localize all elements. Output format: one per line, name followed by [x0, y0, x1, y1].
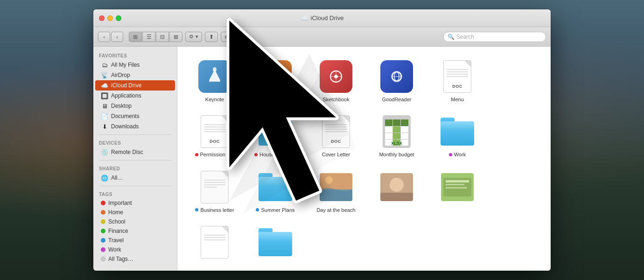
work-tag-dot: [101, 247, 105, 252]
work-tag-dot-file: [449, 153, 452, 156]
file-item-cover-letter[interactable]: DOC Cover Letter: [308, 111, 364, 161]
sidebar-item-icloud-drive[interactable]: ☁️ iCloud Drive: [95, 80, 175, 91]
file-item-doc-bottom[interactable]: [187, 222, 243, 266]
file-item-folder-bottom[interactable]: [247, 222, 303, 266]
file-item-menu[interactable]: DOC Menu: [429, 56, 485, 106]
tag-button[interactable]: 🏷: [221, 32, 234, 42]
sidebar: Favorites 🗂 All My Files 📡 AirDrop ☁️ iC…: [93, 47, 177, 271]
desktop-icon: 🖥: [101, 102, 108, 110]
back-button[interactable]: ‹: [98, 32, 110, 42]
window-title: ☁️ iCloud Drive: [301, 14, 344, 22]
house-remodel-tag-dot: [254, 153, 258, 156]
icon-view-button[interactable]: ⊞: [129, 32, 142, 42]
shared-label: Shared: [93, 163, 177, 173]
school-tag-dot: [101, 219, 105, 224]
travel-tag-dot: [101, 238, 105, 243]
sidebar-item-all-shared[interactable]: 🌐 All…: [95, 173, 175, 183]
downloads-icon: ⬇: [101, 123, 108, 130]
sidebar-item-tag-all[interactable]: All Tags…: [95, 254, 175, 264]
sketchbook-icon: [319, 60, 353, 93]
action-button[interactable]: ⚙ ▾: [185, 32, 202, 42]
sidebar-divider-1: [99, 134, 171, 135]
file-item-summer-plans[interactable]: Summer Plans: [247, 167, 303, 217]
file-item-photo-bottom1[interactable]: [369, 167, 425, 217]
all-my-files-icon: 🗂: [101, 61, 108, 69]
svg-rect-18: [380, 193, 413, 201]
svg-rect-3: [271, 71, 280, 83]
cover-letter-icon: DOC: [319, 115, 353, 148]
goodreader-icon: [380, 60, 413, 93]
cover-letter-visual: DOC: [322, 115, 350, 148]
permission-slip-label: Permission slip: [195, 151, 235, 158]
permission-tag-dot: [195, 153, 198, 156]
search-icon: 🔍: [448, 34, 455, 40]
sidebar-item-tag-work[interactable]: Work: [95, 245, 175, 254]
svg-rect-22: [446, 184, 464, 185]
menu-label: Menu: [451, 96, 464, 103]
sidebar-item-tag-school[interactable]: School: [95, 217, 175, 226]
view-buttons: ⊞ ☰ ⊟ ⊠: [129, 32, 182, 42]
keynote-label: Keynote: [205, 96, 224, 103]
applications-icon: 🔲: [101, 92, 108, 99]
file-item-day-at-beach[interactable]: Day at the beach: [308, 167, 364, 217]
file-item-photo-bottom2[interactable]: [429, 167, 485, 217]
cover-view-button[interactable]: ⊠: [169, 32, 182, 42]
search-box[interactable]: 🔍 Search: [443, 32, 546, 42]
title-icon: ☁️: [301, 14, 308, 22]
remote-disc-icon: 💿: [101, 148, 108, 156]
sidebar-item-all-my-files[interactable]: 🗂 All My Files: [95, 60, 175, 70]
menu-doc-visual: DOC: [443, 60, 471, 93]
share-button[interactable]: ⬆: [205, 32, 218, 42]
sidebar-item-desktop[interactable]: 🖥 Desktop: [95, 101, 175, 111]
file-item-business-letter[interactable]: Business letter: [187, 167, 243, 217]
file-item-goodreader[interactable]: GoodReader: [369, 56, 425, 106]
house-remodel-label: House Remodel: [254, 151, 296, 158]
icloud-drive-icon: ☁️: [101, 82, 108, 89]
sidebar-divider-2: [99, 160, 171, 161]
sidebar-item-airdrop[interactable]: 📡 AirDrop: [95, 70, 175, 80]
cover-letter-label: Cover Letter: [322, 151, 350, 158]
file-item-work[interactable]: Work: [429, 111, 485, 161]
menu-doc-icon: DOC: [441, 60, 474, 93]
sidebar-item-applications[interactable]: 🔲 Applications: [95, 91, 175, 101]
sidebar-item-tag-home[interactable]: Home: [95, 208, 175, 217]
svg-point-17: [390, 178, 404, 192]
file-item-monthly-budget[interactable]: XLSX Monthly budget: [369, 111, 425, 161]
forward-button[interactable]: ›: [111, 32, 123, 42]
maximize-button[interactable]: [116, 15, 121, 21]
sidebar-item-tag-finance[interactable]: Finance: [95, 226, 175, 236]
sidebar-item-downloads[interactable]: ⬇ Downloads: [95, 121, 175, 132]
svg-rect-0: [209, 80, 220, 82]
sidebar-item-tag-travel[interactable]: Travel: [95, 236, 175, 245]
main-content: Favorites 🗂 All My Files 📡 AirDrop ☁️ iC…: [93, 47, 551, 271]
file-item-keynote[interactable]: Keynote: [187, 56, 243, 106]
file-item-permission-slip[interactable]: DOC Permission slip: [187, 111, 243, 161]
search-placeholder: Search: [456, 34, 474, 40]
svg-rect-4: [272, 73, 279, 74]
minimize-button[interactable]: [107, 15, 113, 21]
file-item-sketchbook[interactable]: Sketchbook: [308, 56, 364, 106]
close-button[interactable]: [99, 15, 105, 21]
sidebar-item-remote-disc[interactable]: 💿 Remote Disc: [95, 147, 175, 157]
business-letter-icon: [198, 170, 231, 204]
photo-bottom2-visual: [441, 173, 474, 201]
toolbar: ‹ › ⊞ ☰ ⊟ ⊠ ⚙ ▾ ⬆ 🏷 🔍 Search: [93, 27, 551, 47]
doc-bottom-icon: [198, 225, 231, 259]
svg-point-2: [213, 67, 217, 72]
permission-slip-icon: DOC: [198, 115, 231, 148]
tags-label: Tags: [93, 189, 177, 198]
business-letter-visual: [201, 171, 229, 203]
documents-icon: 📄: [101, 112, 108, 120]
list-view-button[interactable]: ☰: [142, 32, 155, 42]
file-item-pages[interactable]: Pages: [247, 56, 303, 106]
file-item-house-remodel[interactable]: House Remodel: [247, 111, 303, 161]
column-view-button[interactable]: ⊟: [156, 32, 169, 42]
day-at-beach-icon: [319, 170, 353, 204]
svg-rect-23: [446, 187, 467, 189]
sidebar-item-tag-important[interactable]: Important: [95, 198, 175, 208]
svg-rect-21: [446, 180, 469, 182]
pages-label: Pages: [268, 96, 282, 103]
xlsx-visual: XLSX: [383, 115, 411, 148]
sidebar-item-documents[interactable]: 📄 Documents: [95, 111, 175, 121]
finance-tag-dot: [101, 229, 105, 233]
